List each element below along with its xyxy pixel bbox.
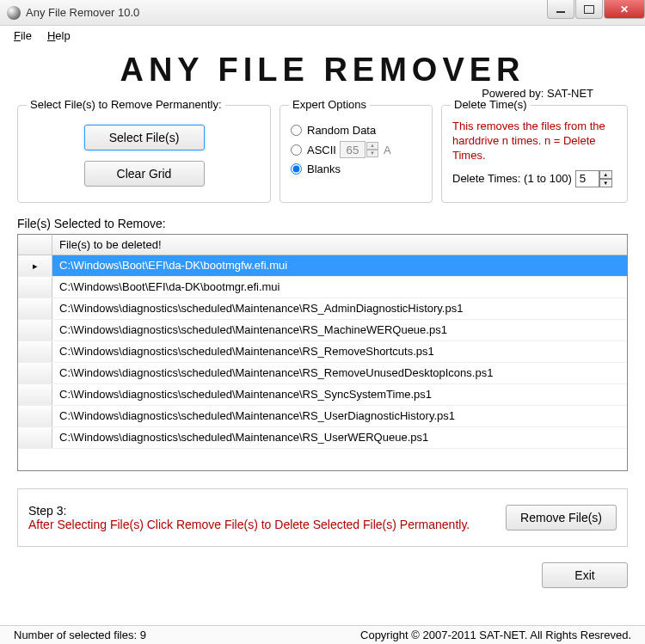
maximize-button[interactable] xyxy=(575,0,603,19)
clear-grid-button[interactable]: Clear Grid xyxy=(84,161,205,187)
file-path-cell[interactable]: C:\Windows\diagnostics\scheduled\Mainten… xyxy=(52,298,627,319)
file-path-cell[interactable]: C:\Windows\diagnostics\scheduled\Mainten… xyxy=(52,320,627,340)
file-path-cell[interactable]: C:\Windows\Boot\EFI\da-DK\bootmgr.efi.mu… xyxy=(52,277,627,297)
window-title: Any File Remover 10.0 xyxy=(26,6,546,19)
delete-times-input[interactable] xyxy=(575,170,599,187)
row-header[interactable] xyxy=(18,427,52,448)
step3-label: Step 3: xyxy=(28,504,506,518)
files-selected-label: File(s) Selected to Remove: xyxy=(17,217,628,230)
remove-files-button[interactable]: Remove File(s) xyxy=(506,505,617,531)
app-title: ANY FILE REMOVER Powered by: SAT-NET xyxy=(17,52,628,100)
file-path-cell[interactable]: C:\Windows\Boot\EFI\da-DK\bootmgfw.efi.m… xyxy=(52,255,627,276)
close-button[interactable] xyxy=(604,0,645,19)
file-path-cell[interactable]: C:\Windows\diagnostics\scheduled\Mainten… xyxy=(52,406,627,426)
table-row[interactable]: C:\Windows\diagnostics\scheduled\Mainten… xyxy=(18,341,627,363)
menu-file[interactable]: File xyxy=(14,29,32,42)
file-path-cell[interactable]: C:\Windows\diagnostics\scheduled\Mainten… xyxy=(52,341,627,362)
table-row[interactable]: C:\Windows\Boot\EFI\da-DK\bootmgr.efi.mu… xyxy=(18,277,627,298)
radio-blanks[interactable]: Blanks xyxy=(291,163,421,175)
row-header[interactable] xyxy=(18,384,52,405)
status-file-count: Number of selected files: 9 xyxy=(14,629,360,641)
row-header[interactable] xyxy=(18,298,52,319)
statusbar: Number of selected files: 9 Copyright © … xyxy=(0,625,645,644)
row-header[interactable] xyxy=(18,341,52,362)
menubar: File Help xyxy=(0,26,645,45)
delete-times-legend: Delete Time(s) xyxy=(451,98,531,111)
delete-times-warning: This removes the files from the harddriv… xyxy=(452,120,617,163)
ascii-spinner: ▲▼ xyxy=(366,142,378,157)
menu-help[interactable]: Help xyxy=(47,29,71,42)
table-row[interactable]: C:\Windows\diagnostics\scheduled\Mainten… xyxy=(18,320,627,341)
grid-header: File(s) to be deleted! xyxy=(18,235,627,255)
row-header[interactable] xyxy=(18,320,52,340)
delete-times-group: Delete Time(s) This removes the files fr… xyxy=(441,105,628,203)
select-files-button[interactable]: Select File(s) xyxy=(84,125,205,150)
expert-options-legend: Expert Options xyxy=(289,98,370,111)
grid-column-header[interactable]: File(s) to be deleted! xyxy=(52,235,627,255)
table-row[interactable]: C:\Windows\diagnostics\scheduled\Mainten… xyxy=(18,384,627,406)
step3-panel: Step 3: After Selecting File(s) Click Re… xyxy=(17,488,628,547)
row-header[interactable] xyxy=(18,406,52,426)
status-copyright: Copyright © 2007-2011 SAT-NET. All Right… xyxy=(360,629,631,641)
row-header[interactable] xyxy=(18,277,52,297)
table-row[interactable]: C:\Windows\diagnostics\scheduled\Mainten… xyxy=(18,363,627,384)
table-row[interactable]: C:\Windows\Boot\EFI\da-DK\bootmgfw.efi.m… xyxy=(18,255,627,277)
delete-times-label: Delete Times: (1 to 100) xyxy=(452,172,572,185)
delete-times-spinner[interactable]: ▲▼ xyxy=(599,170,612,187)
file-path-cell[interactable]: C:\Windows\diagnostics\scheduled\Mainten… xyxy=(52,427,627,448)
file-path-cell[interactable]: C:\Windows\diagnostics\scheduled\Mainten… xyxy=(52,384,627,405)
table-row[interactable]: C:\Windows\diagnostics\scheduled\Mainten… xyxy=(18,427,627,449)
select-files-group: Select File(s) to Remove Permanently: Se… xyxy=(17,105,271,203)
app-icon xyxy=(7,6,21,20)
row-header[interactable] xyxy=(18,255,52,276)
ascii-char-label: A xyxy=(384,144,391,156)
file-path-cell[interactable]: C:\Windows\diagnostics\scheduled\Mainten… xyxy=(52,363,627,383)
row-header[interactable] xyxy=(18,363,52,383)
step3-instruction: After Selecting File(s) Click Remove Fil… xyxy=(28,518,506,531)
table-row[interactable]: C:\Windows\diagnostics\scheduled\Mainten… xyxy=(18,406,627,427)
ascii-value-input xyxy=(340,141,366,158)
expert-options-group: Expert Options Random Data ASCII ▲▼ A Bl… xyxy=(280,105,433,203)
radio-ascii[interactable]: ASCII ▲▼ A xyxy=(291,141,421,158)
radio-random-data[interactable]: Random Data xyxy=(291,124,421,137)
select-files-legend: Select File(s) to Remove Permanently: xyxy=(27,98,225,111)
app-title-text: ANY FILE REMOVER xyxy=(17,52,628,89)
files-grid[interactable]: File(s) to be deleted! C:\Windows\Boot\E… xyxy=(17,234,628,471)
minimize-button[interactable] xyxy=(547,0,574,19)
table-row[interactable]: C:\Windows\diagnostics\scheduled\Mainten… xyxy=(18,298,627,320)
titlebar: Any File Remover 10.0 xyxy=(0,0,645,26)
exit-button[interactable]: Exit xyxy=(542,562,628,588)
